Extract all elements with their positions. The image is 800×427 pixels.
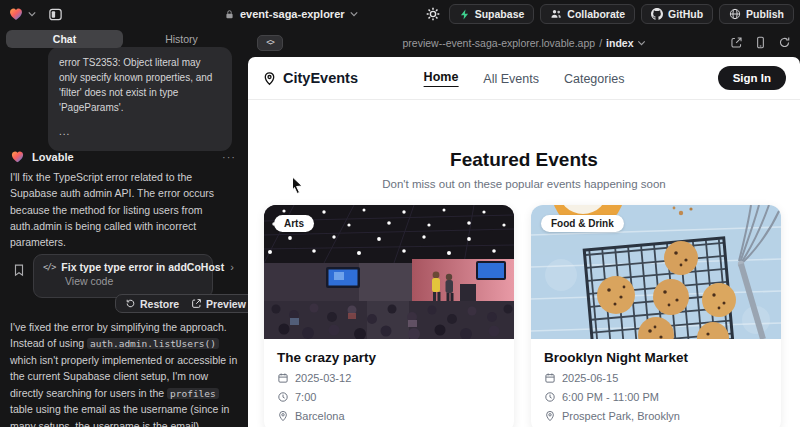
collaborate-people-icon: [550, 8, 562, 20]
github-icon: [651, 8, 663, 20]
code-view-toggle[interactable]: <>: [257, 35, 283, 51]
site-brand-label: CityEvents: [283, 70, 358, 86]
github-button[interactable]: GitHub: [641, 4, 713, 24]
preview-toolbar: <> preview--event-saga-explorer.lovable.…: [248, 28, 800, 57]
mobile-view-icon[interactable]: [754, 36, 767, 49]
preview-pane: <> preview--event-saga-explorer.lovable.…: [248, 28, 800, 427]
supabase-label: Supabase: [475, 8, 525, 20]
featured-events-section: Featured Events Don't miss out on these …: [248, 149, 800, 190]
chat-history-tabs: Chat History: [6, 30, 240, 48]
preview-label: Preview: [206, 298, 246, 310]
supabase-button[interactable]: Supabase: [449, 4, 535, 24]
tab-chat[interactable]: Chat: [6, 30, 123, 48]
restore-button[interactable]: Restore: [120, 298, 184, 310]
sidebar-toggle-button[interactable]: [46, 5, 65, 24]
assistant-header: Lovable ···: [10, 149, 236, 164]
event-image-cookies: Food & Drink: [531, 205, 781, 339]
preview-url-page: index: [606, 37, 633, 49]
user-message-text: error TS2353: Object literal may only sp…: [59, 55, 221, 115]
github-label: GitHub: [668, 8, 703, 20]
publish-button[interactable]: Publish: [719, 4, 794, 24]
event-title: Brooklyn Night Market: [544, 350, 768, 365]
lovable-app-window: event-saga-explorer: [0, 0, 800, 427]
event-card-crazy-party[interactable]: Arts The crazy party 2025-03-12: [264, 205, 514, 427]
preview-toolbar-icons: [730, 36, 791, 49]
event-image-conference: Arts: [264, 205, 514, 339]
event-date-row: 2025-06-15: [544, 372, 768, 384]
site-brand[interactable]: CityEvents: [262, 70, 358, 86]
message-truncation: ...: [59, 124, 221, 139]
preview-button[interactable]: Preview: [186, 298, 248, 310]
event-time: 6:00 PM - 11:00 PM: [562, 391, 659, 403]
event-location-row: Prospect Park, Brooklyn: [544, 410, 768, 422]
url-separator: /: [599, 37, 602, 49]
event-card-body: Brooklyn Night Market 2025-06-15: [531, 339, 781, 427]
calendar-icon: [277, 372, 289, 384]
code-change-title: Fix type type error in addCoHost: [61, 261, 224, 273]
event-time-row: 6:00 PM - 11:00 PM: [544, 391, 768, 403]
open-in-new-window-icon[interactable]: [730, 36, 743, 49]
external-link-icon: [191, 298, 202, 309]
publish-label: Publish: [746, 8, 784, 20]
topbar: event-saga-explorer: [0, 0, 800, 28]
panel-icon: [48, 7, 63, 22]
event-card-night-market[interactable]: Food & Drink Brooklyn Night Market 2025-…: [531, 205, 781, 427]
clock-icon: [544, 391, 556, 403]
bookmark-icon[interactable]: [12, 262, 26, 278]
nav-categories[interactable]: Categories: [564, 72, 624, 86]
message-menu-button[interactable]: ···: [222, 151, 236, 163]
supabase-bolt-icon: [459, 9, 470, 20]
event-date-row: 2025-03-12: [277, 372, 501, 384]
collaborate-label: Collaborate: [567, 8, 625, 20]
nav-home[interactable]: Home: [424, 70, 459, 87]
map-pin-icon: [544, 410, 556, 422]
chevron-down-icon[interactable]: [28, 10, 36, 18]
message-actions-toolbar: Restore Preview: [115, 294, 248, 313]
globe-icon: [729, 8, 741, 20]
topbar-left: [8, 0, 65, 28]
sign-in-button[interactable]: Sign In: [718, 66, 786, 90]
collaborate-button[interactable]: Collaborate: [540, 4, 635, 24]
site-header: CityEvents Home All Events Categories Si…: [248, 57, 800, 100]
section-subtitle: Don't miss out on these popular events h…: [248, 178, 800, 190]
event-time-row: 7:00: [277, 391, 501, 403]
event-title: The crazy party: [277, 350, 501, 365]
clock-icon: [277, 391, 289, 403]
event-location-row: Barcelona: [277, 410, 501, 422]
user-message-bubble: error TS2353: Object literal may only sp…: [48, 47, 232, 151]
map-pin-icon: [262, 71, 277, 86]
project-switcher[interactable]: event-saga-explorer: [224, 0, 358, 28]
category-badge: Arts: [274, 215, 314, 232]
event-location: Prospect Park, Brooklyn: [562, 410, 680, 422]
restore-label: Restore: [140, 298, 179, 310]
nav-all-events[interactable]: All Events: [483, 72, 539, 86]
assistant-intro-text: I'll fix the TypeScript error related to…: [10, 169, 239, 250]
map-pin-icon: [277, 410, 289, 422]
lock-icon: [224, 9, 235, 20]
preview-url-host: preview--event-saga-explorer.lovable.app: [403, 37, 596, 49]
chevron-down-icon: [350, 10, 358, 18]
chat-panel: Chat History error TS2353: Object litera…: [0, 28, 248, 427]
chevron-down-icon: [637, 39, 645, 47]
restore-icon: [125, 298, 136, 309]
view-code-link[interactable]: View code: [34, 274, 212, 287]
refresh-icon[interactable]: [778, 36, 791, 49]
lovable-logo-icon[interactable]: [8, 6, 24, 22]
event-time: 7:00: [295, 391, 316, 403]
calendar-icon: [544, 372, 556, 384]
event-location: Barcelona: [295, 410, 345, 422]
code-change-row: </> Fix type type error in addCoHost ›: [34, 255, 212, 274]
preview-url-dropdown[interactable]: preview--event-saga-explorer.lovable.app…: [403, 37, 646, 49]
code-icon: </>: [43, 262, 55, 272]
site-nav: Home All Events Categories: [424, 57, 625, 100]
code-change-card[interactable]: </> Fix type type error in addCoHost › V…: [33, 254, 213, 298]
tab-history[interactable]: History: [123, 30, 240, 48]
event-date: 2025-03-12: [295, 372, 351, 384]
section-title: Featured Events: [248, 149, 800, 171]
event-card-body: The crazy party 2025-03-12: [264, 339, 514, 427]
event-date: 2025-06-15: [562, 372, 618, 384]
chevron-right-icon: ›: [230, 261, 234, 273]
event-cards: Arts The crazy party 2025-03-12: [264, 205, 781, 427]
settings-button[interactable]: [423, 7, 443, 21]
lovable-avatar-icon: [10, 149, 25, 164]
